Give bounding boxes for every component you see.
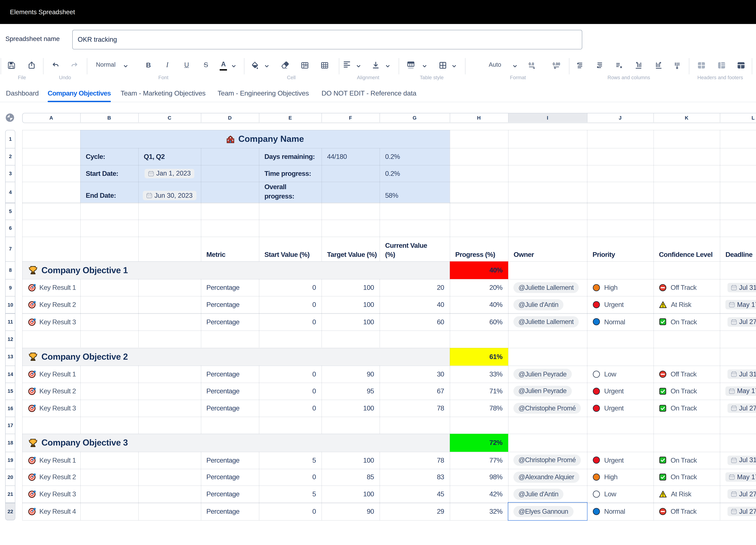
svg-text:0.0: 0.0 — [529, 62, 534, 66]
svg-text:0.00: 0.00 — [553, 62, 560, 66]
